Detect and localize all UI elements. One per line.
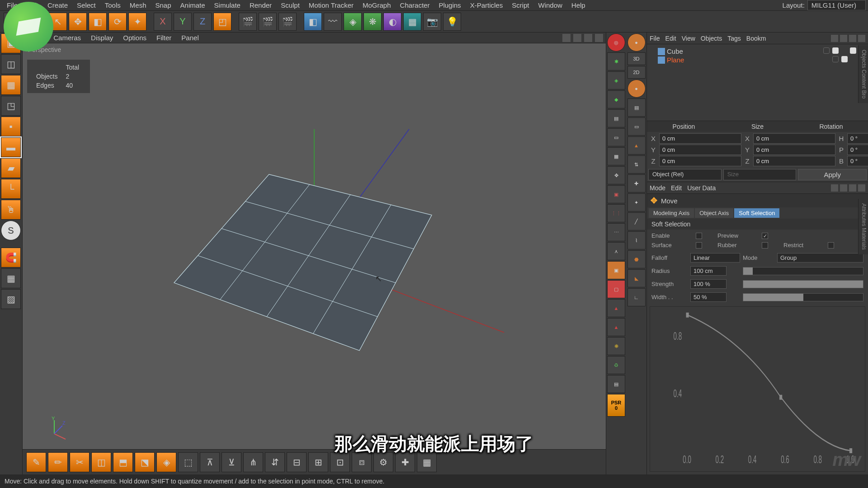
render-view[interactable]: 🎬 [239, 13, 257, 31]
pos-x-input[interactable] [659, 133, 741, 144]
width-input[interactable] [690, 292, 726, 302]
size-z-input[interactable] [753, 156, 835, 166]
polygon-mode[interactable]: ▰ [1, 158, 21, 178]
size-y-input[interactable] [753, 145, 835, 155]
rubber-checkbox[interactable] [762, 242, 768, 249]
tree-item-cube[interactable]: Cube [650, 47, 865, 56]
rt-layer-icon[interactable]: ▤ [607, 109, 625, 127]
rt-center-icon[interactable]: ✥ [607, 166, 625, 184]
menu-simulate[interactable]: Simulate [210, 0, 245, 10]
attr-menu-userdata[interactable]: User Data [687, 184, 716, 192]
home-icon[interactable] [840, 35, 847, 42]
menu-sculpt[interactable]: Sculpt [276, 0, 304, 10]
rt2-sphere-icon[interactable]: ● [627, 33, 646, 52]
environment-tool[interactable]: ▦ [403, 13, 421, 31]
attr-menu-edit[interactable]: Edit [671, 184, 682, 192]
tab-soft-selection[interactable]: Soft Selection [734, 208, 779, 218]
rt2-cross-icon[interactable]: ✚ [627, 174, 646, 192]
bt-split-icon[interactable]: ⊟ [287, 452, 307, 472]
light-tool[interactable]: 💡 [443, 13, 461, 31]
obj-menu-view[interactable]: View [682, 35, 695, 42]
nav-zoom-icon[interactable] [573, 34, 581, 42]
move-tool[interactable]: ✥ [69, 13, 87, 31]
tab-modeling-axis[interactable]: Modeling Axis [649, 208, 694, 218]
rt2-curve-icon[interactable]: ⌇ [627, 231, 646, 249]
rt2-angle-icon[interactable]: ∟ [627, 288, 646, 306]
up-icon[interactable] [858, 184, 865, 192]
rt-dots9-icon[interactable]: ⋯ [607, 223, 625, 241]
rt2-line-icon[interactable]: ╱ [627, 212, 646, 230]
rt2-star-icon[interactable]: ✦ [627, 193, 646, 211]
fwd-icon[interactable] [840, 184, 847, 192]
visibility-toggle[interactable] [832, 56, 839, 62]
tree-item-plane[interactable]: Plane [650, 56, 865, 64]
rt2-3d[interactable]: 3D [627, 52, 646, 65]
rt-target-icon[interactable]: ◎ [607, 33, 625, 52]
rt-atom-icon[interactable]: ✱ [607, 52, 625, 70]
obj-menu-file[interactable]: File [650, 35, 660, 42]
size-x-input[interactable] [753, 133, 835, 144]
nav-rotate-icon[interactable] [584, 34, 592, 42]
rt2-2d[interactable]: 2D [627, 66, 646, 79]
render-settings[interactable]: 🎬 [278, 13, 297, 31]
cloner-tool[interactable]: ❋ [363, 13, 382, 31]
bt-knife-icon[interactable]: ✂ [70, 452, 90, 472]
menu-help[interactable]: Help [567, 0, 590, 10]
menu-animate[interactable]: Animate [176, 0, 210, 10]
layout-select[interactable]: MILG11 (User) [807, 0, 866, 10]
rt2-rect-icon[interactable]: ▭ [627, 117, 646, 136]
edge-mode[interactable]: ▬ [1, 137, 21, 157]
menu-motion-tracker[interactable]: Motion Tracker [304, 0, 358, 10]
coord-mode-select[interactable]: Object (Rel) [648, 169, 722, 180]
viewport-3d[interactable]: Perspective Total Objects2 Edges40 [23, 43, 606, 474]
model-mode[interactable]: ◫ [1, 54, 21, 74]
vm-display[interactable]: Display [86, 33, 118, 42]
vm-filter[interactable]: Filter [152, 33, 176, 42]
point-mode[interactable]: ▪ [1, 117, 21, 136]
transform-tool[interactable]: ✦ [128, 13, 146, 31]
obj-menu-tags[interactable]: Tags [727, 35, 741, 42]
obj-menu-objects[interactable]: Objects [701, 35, 722, 42]
radius-slider[interactable] [743, 267, 863, 275]
obj-menu-bookm[interactable]: Bookm [746, 35, 766, 42]
axis-mode[interactable]: └ [1, 179, 21, 199]
preview-checkbox[interactable] [762, 233, 768, 239]
rt-human-icon[interactable]: ⋏ [607, 242, 625, 260]
bt-connect-icon[interactable]: ⋔ [243, 452, 263, 472]
pos-y-input[interactable] [659, 145, 741, 155]
render-toggle[interactable] [832, 47, 839, 54]
menu-tools[interactable]: Tools [100, 0, 125, 10]
falloff-curve[interactable]: 0.8 0.4 0.0 0.2 0.4 0.6 0.8 1.0 [650, 306, 865, 472]
rt-warn-icon[interactable]: ▲ [607, 299, 625, 317]
rt2-pin-icon[interactable]: ⬣ [627, 250, 646, 268]
bt-bridge-icon[interactable]: ⬚ [178, 452, 198, 472]
psr-button[interactable]: PSR0 [607, 394, 625, 417]
search-icon[interactable] [831, 35, 838, 42]
rt-rect-icon[interactable]: ▭ [607, 128, 625, 146]
rt2-tri-icon[interactable]: ▲ [627, 136, 646, 155]
vm-panel[interactable]: Panel [177, 33, 203, 42]
menu-snap[interactable]: Snap [151, 0, 175, 10]
rt2-layers-icon[interactable]: ▤ [627, 99, 646, 117]
rt-dots6-icon[interactable]: ⋮⋮ [607, 204, 625, 222]
rt-frame-icon[interactable]: ▣ [607, 185, 625, 203]
menu-mograph[interactable]: MoGraph [358, 0, 396, 10]
bt-weld-icon[interactable]: ⊼ [200, 452, 220, 472]
workplane-mode[interactable]: ◳ [1, 96, 21, 116]
rot-p-input[interactable] [847, 145, 868, 155]
rt-recycle-icon[interactable]: ♻ [607, 356, 625, 374]
rt-pattern-icon[interactable]: ❋ [607, 337, 625, 355]
side-tab-objects[interactable]: Objects Content Bro [858, 45, 868, 103]
render-pict[interactable]: 🎬 [259, 13, 277, 31]
enable-checkbox[interactable] [696, 233, 702, 239]
rt2-pin2-icon[interactable]: ◣ [627, 269, 646, 287]
bt-pen-icon[interactable]: ✎ [26, 452, 46, 472]
mouse-mode[interactable]: 🖱 [1, 200, 21, 220]
menu-select[interactable]: Select [72, 0, 100, 10]
scale-tool[interactable]: ◧ [89, 13, 107, 31]
bt-cube-icon[interactable]: ◫ [91, 452, 111, 472]
generator-tool[interactable]: ◈ [344, 13, 362, 31]
restrict-checkbox[interactable] [828, 242, 834, 249]
bt-symmetry-icon[interactable]: ⊞ [308, 452, 328, 472]
obj-menu-edit[interactable]: Edit [665, 35, 676, 42]
